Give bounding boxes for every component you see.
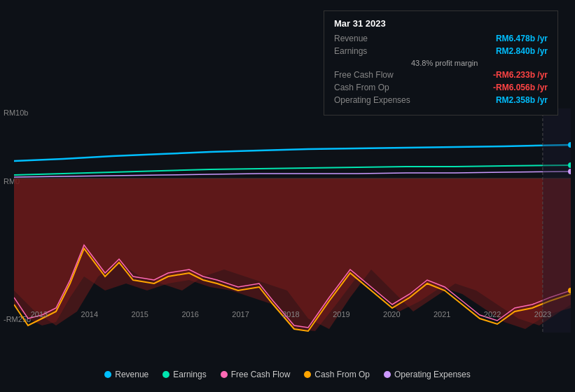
tooltip-box: Mar 31 2023 Revenue RM6.478b /yr Earning… xyxy=(324,10,558,115)
legend-revenue[interactable]: Revenue xyxy=(104,370,148,379)
cfo-value: -RM6.056b /yr xyxy=(493,83,548,92)
x-label-2018: 2018 xyxy=(282,310,299,318)
earnings-value: RM2.840b /yr xyxy=(496,46,548,56)
x-label-2013: 2013 xyxy=(31,310,48,318)
fcf-value: -RM6.233b /yr xyxy=(493,70,548,80)
legend-cfo[interactable]: Cash From Op xyxy=(304,370,370,379)
x-label-2014: 2014 xyxy=(81,310,98,318)
svg-rect-5 xyxy=(543,108,571,332)
legend-label-opex: Operating Expenses xyxy=(394,370,471,379)
legend-earnings[interactable]: Earnings xyxy=(162,370,206,379)
x-label-2017: 2017 xyxy=(232,310,249,318)
x-label-2016: 2016 xyxy=(181,310,198,318)
x-axis-labels: 2013 2014 2015 2016 2017 2018 2019 2020 … xyxy=(0,310,575,318)
legend-label-earnings: Earnings xyxy=(173,370,206,379)
opex-value: RM2.358b /yr xyxy=(496,95,548,105)
opex-label: Operating Expenses xyxy=(334,95,411,105)
x-label-2020: 2020 xyxy=(383,310,400,318)
legend-dot-fcf xyxy=(221,371,228,378)
x-label-2023: 2023 xyxy=(534,310,551,318)
legend-dot-earnings xyxy=(162,371,169,378)
legend-dot-cfo xyxy=(304,371,311,378)
tooltip-date: Mar 31 2023 xyxy=(334,18,548,29)
x-label-2022: 2022 xyxy=(484,310,501,318)
profit-margin: 43.8% profit margin xyxy=(411,59,548,67)
legend-opex[interactable]: Operating Expenses xyxy=(384,370,471,379)
revenue-label: Revenue xyxy=(334,34,411,43)
x-label-2015: 2015 xyxy=(132,310,148,318)
legend-label-cfo: Cash From Op xyxy=(314,370,370,379)
x-label-2021: 2021 xyxy=(434,310,450,318)
revenue-value: RM6.478b /yr xyxy=(496,34,548,43)
legend-dot-revenue xyxy=(104,371,111,378)
fcf-label: Free Cash Flow xyxy=(334,70,411,80)
chart-area: Mar 31 2023 Revenue RM6.478b /yr Earning… xyxy=(0,0,575,357)
earnings-label: Earnings xyxy=(334,46,411,56)
x-label-2019: 2019 xyxy=(333,310,349,318)
svg-marker-3 xyxy=(14,178,571,331)
legend-label-fcf: Free Cash Flow xyxy=(231,370,291,379)
legend-dot-opex xyxy=(384,371,391,378)
cfo-label: Cash From Op xyxy=(334,83,411,92)
main-chart xyxy=(14,108,571,332)
legend: Revenue Earnings Free Cash Flow Cash Fro… xyxy=(0,370,575,379)
legend-label-revenue: Revenue xyxy=(115,370,148,379)
legend-fcf[interactable]: Free Cash Flow xyxy=(221,370,291,379)
